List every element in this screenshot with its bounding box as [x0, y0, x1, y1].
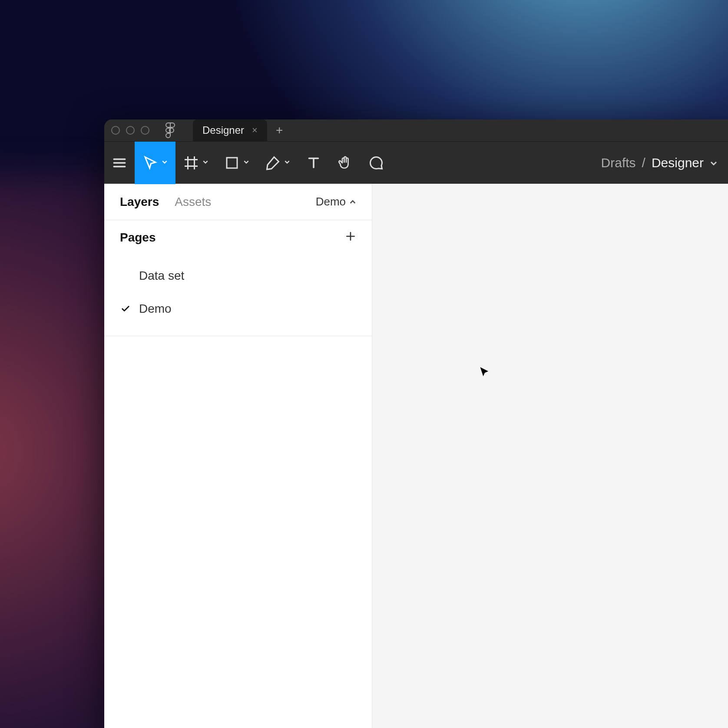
chevron-down-icon[interactable]: [710, 156, 718, 170]
chevron-down-icon[interactable]: [202, 159, 208, 167]
pages-header: Pages: [104, 220, 372, 255]
new-tab-button[interactable]: +: [276, 123, 283, 137]
chevron-down-icon[interactable]: [243, 159, 249, 167]
close-window-button[interactable]: [111, 126, 120, 135]
page-item[interactable]: Demo: [104, 292, 372, 325]
close-tab-icon[interactable]: ×: [252, 125, 258, 136]
tab-layers[interactable]: Layers: [120, 195, 159, 209]
breadcrumb: Drafts / Designer: [601, 156, 718, 170]
chevron-up-icon: [349, 199, 356, 205]
cursor-icon: [479, 366, 491, 380]
traffic-lights: [111, 126, 149, 135]
chevron-down-icon[interactable]: [162, 159, 168, 167]
titlebar: Designer × +: [104, 119, 728, 141]
app-window: Designer × +: [104, 119, 728, 728]
text-tool-button[interactable]: [298, 142, 329, 184]
checkmark-icon: [120, 304, 131, 314]
page-item[interactable]: Data set: [104, 259, 372, 292]
sidebar-tabs: Layers Assets Demo: [104, 184, 372, 220]
app-body: Layers Assets Demo Pages: [104, 184, 728, 728]
svg-rect-1: [227, 158, 237, 168]
frame-tool-button[interactable]: [175, 142, 216, 184]
breadcrumb-separator: /: [642, 156, 645, 170]
figma-logo-icon[interactable]: [164, 122, 175, 138]
page-selector-label: Demo: [316, 195, 346, 208]
tab-assets[interactable]: Assets: [175, 195, 211, 209]
comment-tool-button[interactable]: [361, 142, 392, 184]
minimize-window-button[interactable]: [126, 126, 135, 135]
page-list: Data set Demo: [104, 255, 372, 336]
page-item-label: Demo: [139, 302, 172, 316]
hand-tool-button[interactable]: [329, 142, 361, 184]
left-sidebar: Layers Assets Demo Pages: [104, 184, 372, 728]
chevron-down-icon[interactable]: [284, 159, 290, 167]
breadcrumb-current[interactable]: Designer: [652, 156, 704, 170]
file-tab[interactable]: Designer ×: [193, 119, 267, 141]
shape-tool-button[interactable]: [216, 142, 257, 184]
breadcrumb-parent[interactable]: Drafts: [601, 156, 636, 170]
page-selector[interactable]: Demo: [316, 195, 356, 208]
file-tab-label: Designer: [202, 124, 244, 136]
zoom-window-button[interactable]: [141, 126, 149, 135]
add-page-button[interactable]: [345, 231, 356, 245]
move-tool-button[interactable]: [135, 142, 175, 184]
canvas[interactable]: [372, 184, 728, 728]
desktop-wallpaper: Designer × +: [0, 0, 728, 728]
pen-tool-button[interactable]: [257, 142, 298, 184]
page-item-label: Data set: [139, 269, 184, 283]
toolbar: Drafts / Designer: [104, 141, 728, 184]
pages-header-label: Pages: [120, 231, 156, 245]
main-menu-button[interactable]: [104, 142, 135, 184]
